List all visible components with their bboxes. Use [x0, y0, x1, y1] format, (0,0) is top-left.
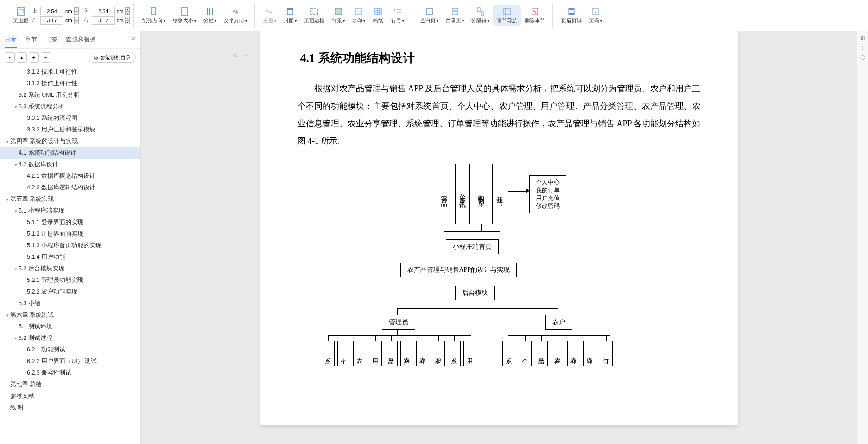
margin-right-input[interactable]: [92, 16, 115, 25]
heading-level-marker[interactable]: H₂⋮⋮: [233, 53, 248, 59]
toc-item[interactable]: 6.2.1 功能测试: [0, 344, 140, 356]
svg-rect-10: [287, 8, 293, 10]
columns-button[interactable]: 分栏▾: [200, 5, 220, 26]
svg-rect-37: [569, 8, 574, 10]
delete-section-icon: [530, 7, 539, 16]
toc-item[interactable]: 5.1.3 小程序首页功能的实现: [0, 240, 140, 251]
toc-item[interactable]: 5.3 小结: [0, 298, 140, 309]
page-border-button[interactable]: 页面边框: [300, 5, 328, 26]
toc-remove-button[interactable]: −: [41, 52, 51, 63]
line-number-button[interactable]: 12行号▾: [387, 5, 408, 26]
toc-item-label: 3.1.3 操作上可行性: [27, 80, 77, 88]
toc-item[interactable]: ▾第六章 系统测试: [0, 309, 140, 321]
tab-toc[interactable]: 目录: [5, 35, 17, 48]
margin-bottom-spinner[interactable]: ▴▾: [125, 7, 130, 15]
watermark-button[interactable]: W水印▾: [348, 5, 369, 26]
margin-bottom-input[interactable]: [92, 7, 115, 15]
toc-item[interactable]: 4.2.2 数据库逻辑结构设计: [0, 182, 140, 194]
tab-find-replace[interactable]: 查找和替换: [66, 35, 96, 48]
smart-toc-button[interactable]: ◎智能识别目录: [89, 53, 136, 63]
toc-page-button[interactable]: 目录页▾: [442, 5, 468, 26]
toc-item[interactable]: 5.2.2 农户功能实现: [0, 286, 140, 298]
draft-button[interactable]: 稿纸: [369, 5, 387, 26]
margin-right-spinner[interactable]: ▴▾: [125, 17, 130, 24]
page-number-icon: #: [591, 7, 600, 16]
diagram-box: 产品: [385, 341, 398, 366]
orientation-button[interactable]: 纸张方向▾: [139, 5, 169, 26]
rail-button[interactable]: ◯: [860, 55, 865, 60]
caret-icon: ▾: [5, 139, 10, 144]
margins-icon: [16, 7, 25, 16]
caret-icon: ▾: [13, 209, 19, 213]
toc-item[interactable]: 5.1.4 用户功能: [0, 251, 140, 263]
cover-button[interactable]: 封面▾: [280, 5, 300, 26]
section-heading[interactable]: 4.1 系统功能结构设计: [298, 50, 701, 66]
diagram-box: 购物车: [474, 164, 488, 224]
toc-item[interactable]: 4.2.1 数据库概念结构设计: [0, 170, 140, 182]
toc-item[interactable]: 3.1.3 操作上可行性: [0, 78, 140, 89]
delete-section-label: 删除本节: [525, 17, 545, 24]
blank-page-button[interactable]: 空白页▾: [417, 5, 442, 26]
line-number-label: 行号: [391, 18, 401, 23]
text-direction-button[interactable]: A文字方向▾: [220, 5, 251, 26]
caret-icon: ▾: [5, 313, 10, 318]
toc-item[interactable]: 6.1 测试环境: [0, 321, 140, 332]
toc-item[interactable]: 6.2.3 兼容性测试: [0, 367, 140, 379]
toc-item[interactable]: 5.1.1 登录界面的实现: [0, 217, 140, 228]
toc-item[interactable]: ▾第五章 系统实现: [0, 194, 140, 205]
watermark-label: 水印: [352, 18, 362, 23]
toc-expand-button[interactable]: ▾: [5, 52, 15, 63]
toc-item-label: 5.2.2 农户功能实现: [27, 288, 77, 296]
chapter-nav-button[interactable]: 章节导航: [493, 5, 521, 26]
toc-up-button[interactable]: ▴: [17, 52, 27, 63]
sidebar-tabs: 目录 章节 书签 查找和替换 ✕: [0, 31, 140, 49]
margin-top-input[interactable]: [40, 7, 63, 15]
header-footer-icon: [567, 7, 576, 16]
body-paragraph[interactable]: 根据对农产品管理与销售 APP 及后台管理人员的具体需求分析，把系统可以划分为管…: [298, 80, 701, 150]
editor-area[interactable]: H₂⋮⋮ 4.1 系统功能结构设计 根据对农产品管理与销售 APP 及后台管理人…: [141, 31, 857, 444]
sidebar-close-button[interactable]: ✕: [131, 35, 136, 48]
toc-item[interactable]: 5.1.2 注册界面的实现: [0, 228, 140, 240]
separator-button[interactable]: 分隔符▾: [468, 5, 493, 26]
toc-item-label: 第七章 总结: [10, 381, 42, 388]
toc-item[interactable]: 致 谢: [0, 402, 140, 413]
toc-item[interactable]: ▾5.2 后台模块实现: [0, 263, 140, 275]
toc-item[interactable]: 参考文献: [0, 390, 140, 402]
toc-item-label: 4.2.1 数据库概念结构设计: [27, 172, 95, 180]
toc-item[interactable]: ▾3.3 系统流程分析: [0, 101, 140, 113]
diagram-box: 产品: [535, 341, 548, 366]
toc-item[interactable]: 第七章 总结: [0, 379, 140, 390]
margin-left-input[interactable]: [40, 16, 63, 25]
delete-section-button[interactable]: 删除本节: [521, 5, 549, 26]
toc-item[interactable]: 3.3.1 系统的流程图: [0, 113, 140, 124]
header-footer-button[interactable]: 页眉页脚: [558, 5, 585, 26]
toc-item[interactable]: 6.2.2 用户界面（UI） 测试: [0, 356, 140, 367]
caret-icon: ▾: [13, 336, 19, 341]
margin-top-spinner[interactable]: ▴▾: [74, 7, 79, 15]
svg-rect-24: [427, 8, 432, 15]
drag-handle-icon[interactable]: ⋮⋮: [240, 53, 248, 59]
toc-item[interactable]: ▾第四章 系统的设计与实现: [0, 136, 140, 147]
page-number-button[interactable]: #页码▾: [585, 5, 606, 26]
toc-item[interactable]: 3.3.2 用户注册和登录模块: [0, 124, 140, 136]
text-direction-label: 文字方向: [224, 18, 244, 23]
toc-add-button[interactable]: +: [29, 52, 39, 63]
tab-bookmark[interactable]: 书签: [45, 35, 57, 48]
toc-item[interactable]: ▾5.1 小程序端实现: [0, 205, 140, 217]
toc-item[interactable]: 3.1.2 技术上可行性: [0, 66, 140, 78]
toc-item[interactable]: 4.1 系统功能结构设计: [0, 147, 140, 159]
background-button[interactable]: 背景▾: [328, 5, 348, 26]
toc-item-label: 第五章 系统实现: [10, 195, 54, 203]
tab-chapter[interactable]: 章节: [25, 35, 37, 48]
toc-item[interactable]: ▾4.2 数据库设计: [0, 159, 140, 170]
page-margins-button[interactable]: 页边距: [9, 5, 32, 26]
rail-button[interactable]: ◇: [861, 45, 865, 50]
theme-button[interactable]: Aa主题▾: [260, 5, 280, 26]
rail-button[interactable]: ◧: [861, 35, 865, 40]
toc-item[interactable]: 3.2 系统 UML 用例分析: [0, 89, 140, 101]
toc-item[interactable]: 5.2.1 管理员功能实现: [0, 275, 140, 286]
paper-size-button[interactable]: 纸张大小▾: [169, 5, 200, 26]
margin-left-spinner[interactable]: ▴▾: [74, 17, 79, 24]
diagram-box: 后台模块: [455, 286, 495, 300]
toc-item[interactable]: ▾6.2 测试过程: [0, 332, 140, 344]
